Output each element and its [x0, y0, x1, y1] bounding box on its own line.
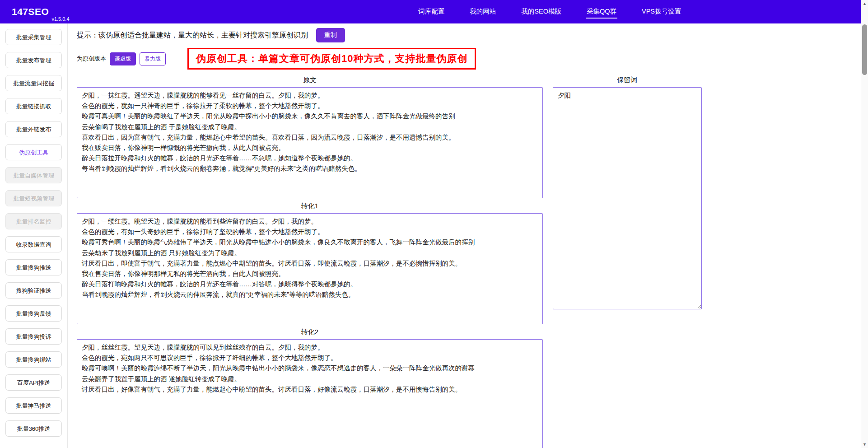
- top-nav: 词库配置 我的网站 我的SEO模版 采集QQ群 VPS拨号设置: [417, 5, 682, 19]
- sidebar-item-external-link-publish[interactable]: 批量外链发布: [5, 121, 62, 137]
- sidebar-item-index-data-query[interactable]: 收录数据查询: [5, 236, 62, 252]
- sidebar-item-self-media: 批量自媒体管理: [5, 167, 62, 183]
- keep-words-label: 保留词: [553, 76, 702, 84]
- sidebar: 批量采集管理 批量发布管理 批量流量词挖掘 批量链接抓取 批量外链发布 伪原创工…: [0, 23, 68, 448]
- editor-left-column: 原文 夕阳，一抹红霞。遥望天边，朦朦胧胧的能够看见一丝存留的白云。夕阳，我的梦。…: [77, 72, 543, 448]
- transform1-textarea[interactable]: 夕阳，一缕红霞。眺望天边，朦朦胧胧的能看到些许留存的白云。夕阳，我的梦。 金色的…: [77, 213, 543, 324]
- sidebar-item-sogou-bind-site[interactable]: 批量搜狗绑站: [5, 351, 62, 368]
- sidebar-item-sogou-push[interactable]: 批量搜狗推送: [5, 259, 62, 275]
- page-layout: 批量采集管理 批量发布管理 批量流量词挖掘 批量链接抓取 批量外链发布 伪原创工…: [0, 23, 868, 448]
- transform1-label: 转化1: [77, 202, 543, 210]
- sidebar-item-pseudo-original-tool[interactable]: 伪原创工具: [5, 144, 62, 160]
- scrollbar-thumb[interactable]: [862, 24, 867, 75]
- transform2-textarea[interactable]: 夕阳，丝丝红霞。望见天边，朦朦胧胧的可以见到丝丝残存的白云。夕阳，我的梦。 金色…: [77, 339, 543, 448]
- app-brand: 147SEO: [12, 6, 49, 17]
- editor-columns: 原文 夕阳，一抹红霞。遥望天边，朦朦胧胧的能够看见一丝存留的白云。夕阳，我的梦。…: [77, 72, 868, 448]
- modest-mode-button[interactable]: 谦虚版: [110, 52, 136, 65]
- promo-banner: 伪原创工具：单篇文章可伪原创10种方式，支持批量伪原创: [187, 48, 476, 70]
- tip-text: 提示：该伪原创适合批量建站，量大的站长，主要针对搜索引擎原创识别: [77, 31, 308, 40]
- app-header: 147SEO v1.5.0.4 词库配置 我的网站 我的SEO模版 采集QQ群 …: [0, 0, 861, 23]
- main-content: 提示：该伪原创适合批量建站，量大的站长，主要针对搜索引擎原创识别 重制 为原创版…: [68, 23, 868, 448]
- keep-words-textarea[interactable]: 夕阳: [553, 87, 702, 309]
- original-label: 原文: [77, 76, 543, 84]
- brute-mode-button[interactable]: 暴力版: [140, 52, 166, 65]
- version-row: 为原创版本 谦虚版 暴力版 伪原创工具：单篇文章可伪原创10种方式，支持批量伪原…: [77, 48, 868, 70]
- nav-item-vps-dial-settings[interactable]: VPS拨号设置: [641, 5, 682, 19]
- nav-item-lexicon-config[interactable]: 词库配置: [417, 5, 445, 19]
- sidebar-item-batch-publish[interactable]: 批量发布管理: [5, 52, 62, 68]
- scrollbar-up-icon[interactable]: ▲: [861, 0, 868, 7]
- app-version: v1.5.0.4: [51, 16, 69, 23]
- sidebar-item-link-grab[interactable]: 批量链接抓取: [5, 98, 62, 114]
- scrollbar-down-icon[interactable]: ▼: [861, 441, 868, 448]
- transform2-label: 转化2: [77, 328, 543, 336]
- keep-words-column: 保留词 夕阳: [553, 72, 702, 309]
- sidebar-item-traffic-word-mining[interactable]: 批量流量词挖掘: [5, 75, 62, 91]
- sidebar-item-baidu-api-push[interactable]: 百度API推送: [5, 374, 62, 391]
- sidebar-item-rank-monitor: 批量排名监控: [5, 213, 62, 229]
- sidebar-item-sogou-verify-push[interactable]: 搜狗验证推送: [5, 282, 62, 299]
- original-textarea[interactable]: 夕阳，一抹红霞。遥望天边，朦朦胧胧的能够看见一丝存留的白云。夕阳，我的梦。 金色…: [77, 87, 543, 198]
- sidebar-item-360-push[interactable]: 批量360推送: [5, 420, 62, 437]
- sidebar-item-batch-collect[interactable]: 批量采集管理: [5, 29, 62, 45]
- nav-item-qq-group[interactable]: 采集QQ群: [586, 5, 617, 19]
- sidebar-item-short-video: 批量短视频管理: [5, 190, 62, 206]
- page-scrollbar[interactable]: ▲ ▼: [861, 0, 868, 448]
- nav-item-my-sites[interactable]: 我的网站: [469, 5, 497, 19]
- sidebar-item-sogou-feedback[interactable]: 批量搜狗反馈: [5, 305, 62, 322]
- sidebar-item-sogou-complaint[interactable]: 批量搜狗投诉: [5, 328, 62, 345]
- tip-row: 提示：该伪原创适合批量建站，量大的站长，主要针对搜索引擎原创识别 重制: [77, 28, 868, 42]
- nav-item-my-seo-templates[interactable]: 我的SEO模版: [520, 5, 562, 19]
- rebuild-button[interactable]: 重制: [316, 28, 345, 42]
- sidebar-item-shenma-push[interactable]: 批量神马推送: [5, 397, 62, 414]
- version-label: 为原创版本: [77, 55, 106, 63]
